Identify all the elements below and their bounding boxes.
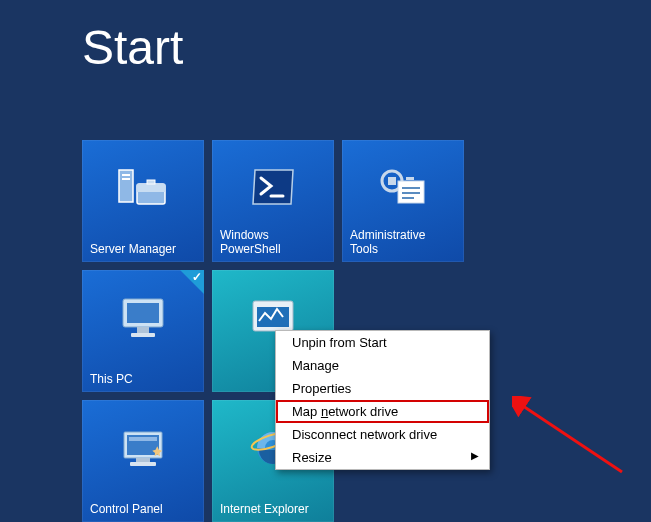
tile-label: Windows PowerShell: [220, 228, 326, 256]
tile-admin-tools[interactable]: Administrative Tools: [342, 140, 464, 262]
ctx-manage[interactable]: Manage: [276, 354, 489, 377]
svg-line-26: [520, 404, 622, 472]
svg-rect-21: [129, 437, 157, 441]
context-menu: Unpin from Start Manage Properties Map n…: [275, 330, 490, 470]
submenu-arrow-icon: ▶: [471, 450, 479, 461]
ctx-disconnect-network-drive[interactable]: Disconnect network drive: [276, 423, 489, 446]
powershell-icon: [212, 158, 334, 218]
tile-label: This PC: [90, 372, 196, 386]
svg-rect-5: [147, 180, 155, 184]
control-panel-icon: [82, 418, 204, 478]
svg-rect-2: [122, 178, 130, 180]
tile-label: Server Manager: [90, 242, 196, 256]
svg-rect-14: [127, 303, 159, 323]
server-manager-icon: [82, 158, 204, 218]
svg-rect-23: [130, 462, 156, 466]
tile-control-panel[interactable]: Control Panel: [82, 400, 204, 522]
svg-rect-12: [402, 197, 414, 199]
start-title: Start: [82, 20, 183, 75]
tile-label: Internet Explorer: [220, 502, 326, 516]
ctx-resize[interactable]: Resize ▶: [276, 446, 489, 469]
svg-rect-8: [388, 177, 396, 185]
svg-rect-16: [131, 333, 155, 337]
ctx-properties[interactable]: Properties: [276, 377, 489, 400]
tile-powershell[interactable]: Windows PowerShell: [212, 140, 334, 262]
tile-this-pc[interactable]: This PC: [82, 270, 204, 392]
tile-server-manager[interactable]: Server Manager: [82, 140, 204, 262]
this-pc-icon: [82, 288, 204, 348]
annotation-arrow: [512, 396, 632, 476]
svg-rect-4: [137, 184, 165, 192]
ctx-resize-label: Resize: [292, 450, 332, 465]
svg-rect-10: [402, 187, 420, 189]
svg-rect-15: [137, 327, 149, 333]
tile-label: Control Panel: [90, 502, 196, 516]
admin-tools-icon: [342, 158, 464, 218]
svg-rect-1: [122, 174, 130, 176]
ctx-map-network-drive[interactable]: Map network drive: [276, 400, 489, 423]
tile-label: Administrative Tools: [350, 228, 456, 256]
svg-rect-11: [402, 192, 420, 194]
ctx-unpin[interactable]: Unpin from Start: [276, 331, 489, 354]
svg-rect-22: [136, 458, 150, 462]
